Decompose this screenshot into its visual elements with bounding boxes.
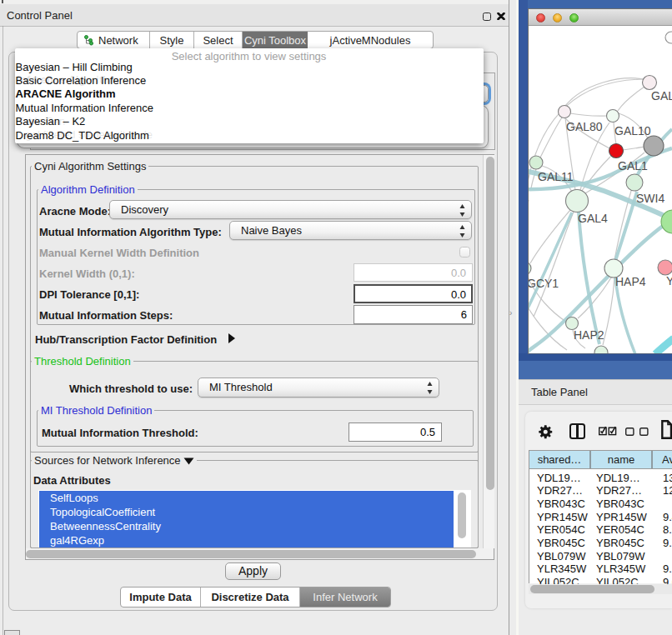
svg-text:GAL11: GAL11 xyxy=(538,170,574,183)
svg-text:GAL80: GAL80 xyxy=(566,120,603,133)
svg-text:SWI4: SWI4 xyxy=(636,192,664,205)
svg-text:GAL1: GAL1 xyxy=(618,159,648,172)
svg-text:HAP2: HAP2 xyxy=(574,328,604,342)
svg-text:GCY1: GCY1 xyxy=(529,277,559,290)
svg-text:GAL10: GAL10 xyxy=(614,124,651,138)
svg-text:GAL2: GAL2 xyxy=(651,89,672,102)
svg-text:YIL: YIL xyxy=(666,274,672,288)
svg-text:GAL4: GAL4 xyxy=(578,212,608,225)
svg-text:HAP4: HAP4 xyxy=(615,275,646,288)
